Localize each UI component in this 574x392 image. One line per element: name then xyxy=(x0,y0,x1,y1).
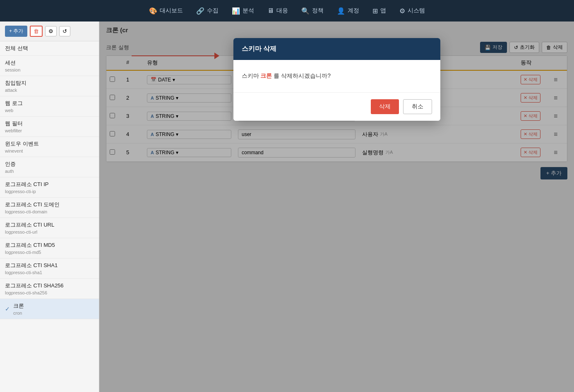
sidebar-item-cron-sub: cron xyxy=(13,311,24,316)
sidebar-item-winevent-label: 윈도우 이벤트 xyxy=(5,140,94,148)
sidebar-item-cti-domain-sub: logpresso-cti-domain xyxy=(5,209,94,214)
sidebar-item-auth-label: 인증 xyxy=(5,160,94,168)
sidebar-item-cti-ip-sub: logpresso-cti-ip xyxy=(5,189,94,194)
nav-system[interactable]: ⚙ 시스템 xyxy=(399,7,425,15)
sidebar-item-web[interactable]: 웹 로그 web xyxy=(0,96,99,117)
sidebar-item-cti-sha1[interactable]: 로그프레소 CTI SHA1 logpresso-cti-sha1 xyxy=(0,258,99,279)
nav-system-label: 시스템 xyxy=(408,7,425,14)
response-icon: 🖥 xyxy=(267,7,274,14)
nav-policy[interactable]: 🔍 정책 xyxy=(301,7,324,15)
account-icon: 👤 xyxy=(337,7,345,15)
sidebar-item-cti-sha1-label: 로그프레소 CTI SHA1 xyxy=(5,262,94,269)
system-icon: ⚙ xyxy=(399,7,405,15)
policy-icon: 🔍 xyxy=(301,7,310,15)
sidebar-toolbar: + 추가 🗑 ⚙ ↺ xyxy=(0,22,99,41)
sidebar: + 추가 🗑 ⚙ ↺ 전체 선택 세션 session 침입탐지 attack … xyxy=(0,22,99,392)
sidebar-item-webfilter-sub: webfilter xyxy=(5,128,94,133)
sidebar-item-cti-domain[interactable]: 로그프레소 CTI 도메인 logpresso-cti-domain xyxy=(0,198,99,218)
settings-icon-button[interactable]: ⚙ xyxy=(45,26,57,36)
sidebar-item-winevent-sub: winevent xyxy=(5,148,94,153)
modal-message-suffix: 를 삭제하시겠습니까? xyxy=(272,72,331,79)
top-navigation: 🎨 대시보드 🔗 수집 📊 분석 🖥 대응 🔍 정책 👤 계정 ⊞ 앱 ⚙ 시스… xyxy=(0,0,574,22)
sidebar-item-cti-md5-label: 로그프레소 CTI MD5 xyxy=(5,241,94,249)
sidebar-item-cti-url-sub: logpresso-cti-url xyxy=(5,229,94,234)
add-button[interactable]: + 추가 xyxy=(5,26,27,37)
nav-dashboard-label: 대시보드 xyxy=(160,7,183,14)
nav-account-label: 계정 xyxy=(348,7,359,14)
modal-title: 스키마 삭제 xyxy=(242,45,276,52)
delete-icon-button[interactable]: 🗑 xyxy=(30,26,43,37)
sidebar-list: 전체 선택 세션 session 침입탐지 attack 웹 로그 web 웹 … xyxy=(0,41,99,392)
sidebar-item-web-label: 웹 로그 xyxy=(5,100,94,107)
app-icon: ⊞ xyxy=(372,7,378,15)
nav-dashboard[interactable]: 🎨 대시보드 xyxy=(149,7,183,15)
modal-message-prefix: 스키마 xyxy=(242,72,261,79)
modal-cancel-button[interactable]: 취소 xyxy=(403,99,432,114)
nav-account[interactable]: 👤 계정 xyxy=(337,7,359,15)
dashboard-icon: 🎨 xyxy=(149,7,157,15)
sidebar-item-cti-sha256[interactable]: 로그프레소 CTI SHA256 logpresso-cti-sha256 xyxy=(0,279,99,299)
nav-analysis-label: 분석 xyxy=(243,7,254,14)
analysis-icon: 📊 xyxy=(232,7,240,15)
content-area: 크론 (cr 크론 실행 💾 저장 ↺ 초기화 🗑 삭제 xyxy=(99,22,574,392)
sidebar-item-all[interactable]: 전체 선택 xyxy=(0,41,99,56)
sidebar-item-cti-sha256-label: 로그프레소 CTI SHA256 xyxy=(5,282,94,289)
nav-collect-label: 수집 xyxy=(207,7,219,14)
main-layout: + 추가 🗑 ⚙ ↺ 전체 선택 세션 session 침입탐지 attack … xyxy=(0,22,574,392)
sidebar-item-cti-url-label: 로그프레소 CTI URL xyxy=(5,221,94,229)
sidebar-item-session-label: 세션 xyxy=(5,59,94,67)
nav-app-label: 앱 xyxy=(380,7,386,14)
sidebar-item-cti-md5-sub: logpresso-cti-md5 xyxy=(5,250,94,255)
sidebar-item-session-sub: session xyxy=(5,67,94,72)
sidebar-item-cti-sha256-sub: logpresso-cti-sha256 xyxy=(5,290,94,295)
sidebar-item-winevent[interactable]: 윈도우 이벤트 winevent xyxy=(0,137,99,157)
nav-analysis[interactable]: 📊 분석 xyxy=(232,7,254,15)
sidebar-item-webfilter-label: 웹 필터 xyxy=(5,120,94,127)
sidebar-item-attack-label: 침입탐지 xyxy=(5,79,94,87)
collect-icon: 🔗 xyxy=(196,7,204,15)
modal-confirm-button[interactable]: 삭제 xyxy=(371,99,399,114)
sidebar-item-session[interactable]: 세션 session xyxy=(0,56,99,76)
sidebar-item-cti-sha1-sub: logpresso-cti-sha1 xyxy=(5,270,94,275)
sidebar-item-attack[interactable]: 침입탐지 attack xyxy=(0,76,99,96)
sidebar-item-auth[interactable]: 인증 auth xyxy=(0,157,99,177)
sidebar-item-webfilter[interactable]: 웹 필터 webfilter xyxy=(0,117,99,137)
sidebar-item-cti-ip-label: 로그프레소 CTI IP xyxy=(5,181,94,188)
sidebar-item-attack-sub: attack xyxy=(5,88,94,93)
nav-app[interactable]: ⊞ 앱 xyxy=(372,7,386,15)
sidebar-item-auth-sub: auth xyxy=(5,169,94,174)
nav-collect[interactable]: 🔗 수집 xyxy=(196,7,219,15)
sidebar-item-cron[interactable]: ✓ 크론 cron xyxy=(0,299,99,319)
sidebar-item-cti-url[interactable]: 로그프레소 CTI URL logpresso-cti-url xyxy=(0,218,99,238)
modal-body: 스키마 크론 를 삭제하시겠습니까? xyxy=(233,60,440,92)
modal-highlight: 크론 xyxy=(260,72,272,79)
delete-modal: 스키마 삭제 스키마 크론 를 삭제하시겠습니까? 삭제 취소 xyxy=(233,38,440,121)
sidebar-item-cti-md5[interactable]: 로그프레소 CTI MD5 logpresso-cti-md5 xyxy=(0,238,99,258)
sidebar-item-cti-ip[interactable]: 로그프레소 CTI IP logpresso-cti-ip xyxy=(0,177,99,198)
check-icon: ✓ xyxy=(5,306,10,312)
modal-footer: 삭제 취소 xyxy=(233,92,440,121)
sidebar-item-cti-domain-label: 로그프레소 CTI 도메인 xyxy=(5,201,94,208)
modal-overlay: 스키마 삭제 스키마 크론 를 삭제하시겠습니까? 삭제 취소 xyxy=(99,22,574,392)
nav-response[interactable]: 🖥 대응 xyxy=(267,7,288,14)
sidebar-item-all-label: 전체 선택 xyxy=(5,45,94,52)
nav-policy-label: 정책 xyxy=(312,7,324,14)
sidebar-item-web-sub: web xyxy=(5,108,94,113)
modal-header: 스키마 삭제 xyxy=(233,38,440,60)
sidebar-item-cron-label: 크론 xyxy=(13,302,24,310)
nav-response-label: 대응 xyxy=(276,7,288,14)
refresh-icon-button[interactable]: ↺ xyxy=(59,26,70,36)
